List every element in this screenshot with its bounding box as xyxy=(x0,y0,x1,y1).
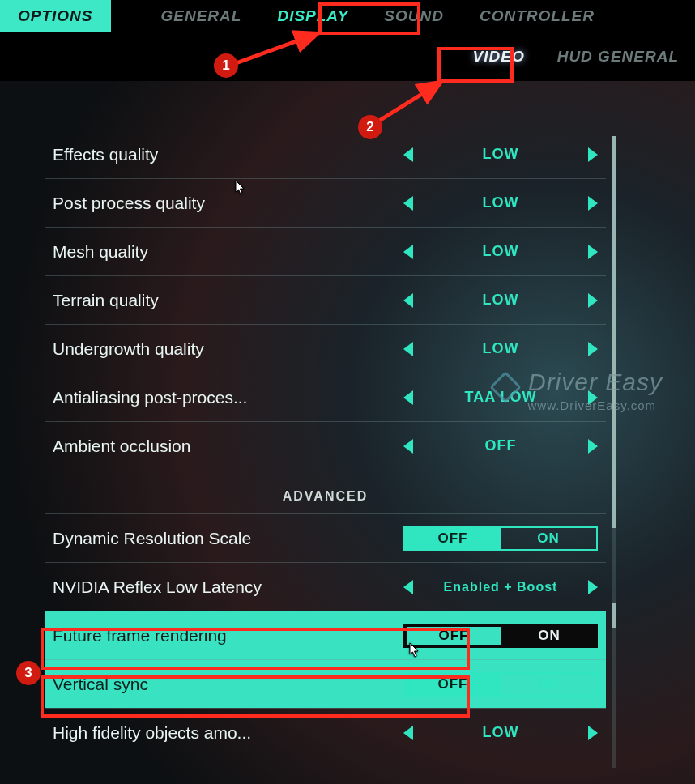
arrow-right-icon[interactable] xyxy=(588,293,598,308)
arrow-left-icon[interactable] xyxy=(403,726,413,740)
subtab-video[interactable]: VIDEO xyxy=(473,48,525,66)
label-ambient-occlusion: Ambient occlusion xyxy=(53,437,403,456)
label-dynamic-resolution-scale: Dynamic Resolution Scale xyxy=(53,529,403,548)
arrow-right-icon[interactable] xyxy=(588,580,598,594)
value-text: LOW xyxy=(413,724,588,741)
value-ambient-occlusion: OFF xyxy=(403,437,598,454)
arrow-right-icon[interactable] xyxy=(588,245,598,259)
value-undergrowth-quality: LOW xyxy=(403,340,598,357)
value-text: Enabled + Boost xyxy=(413,580,588,594)
tab-options[interactable]: OPTIONS xyxy=(0,0,111,32)
toggle-vertical-sync: OFF ON xyxy=(403,672,598,697)
label-post-process-quality: Post process quality xyxy=(53,194,403,213)
arrow-right-icon[interactable] xyxy=(588,390,598,405)
label-undergrowth-quality: Undergrowth quality xyxy=(53,339,403,359)
arrow-left-icon[interactable] xyxy=(403,293,413,308)
value-text: OFF xyxy=(413,437,588,454)
label-antialiasing: Antialiasing post-proces... xyxy=(53,388,403,407)
row-post-process-quality: Post process quality LOW xyxy=(45,178,606,227)
scrollbar[interactable] xyxy=(612,136,616,768)
value-effects-quality: LOW xyxy=(403,146,598,163)
arrow-left-icon[interactable] xyxy=(403,439,413,454)
row-mesh-quality: Mesh quality LOW xyxy=(45,227,606,275)
toggle-dynamic-resolution-scale: OFF ON xyxy=(403,526,598,551)
arrow-right-icon[interactable] xyxy=(588,147,598,162)
tab-general[interactable]: GENERAL xyxy=(143,0,260,32)
value-post-process-quality: LOW xyxy=(403,194,598,211)
label-high-fidelity-objects: High fidelity objects amo... xyxy=(53,723,403,743)
value-mesh-quality: LOW xyxy=(403,243,598,260)
row-dynamic-resolution-scale: Dynamic Resolution Scale OFF ON xyxy=(45,513,606,562)
row-terrain-quality: Terrain quality LOW xyxy=(45,275,606,324)
settings-panel: Effects quality LOW Post process quality… xyxy=(45,130,606,784)
label-effects-quality: Effects quality xyxy=(53,145,403,164)
arrow-left-icon[interactable] xyxy=(403,196,413,211)
arrow-left-icon[interactable] xyxy=(403,580,413,594)
row-high-fidelity-objects: High fidelity objects amo... LOW xyxy=(45,708,606,756)
scrollbar-thumb[interactable] xyxy=(612,136,616,528)
arrow-left-icon[interactable] xyxy=(403,342,413,356)
row-vertical-sync: Vertical sync OFF ON xyxy=(45,659,606,708)
tab-controller[interactable]: CONTROLLER xyxy=(462,0,612,32)
row-ambient-occlusion: Ambient occlusion OFF xyxy=(45,421,606,470)
row-nvidia-reflex: NVIDIA Reflex Low Latency Enabled + Boos… xyxy=(45,562,606,611)
svg-line-1 xyxy=(377,82,441,122)
value-text: LOW xyxy=(413,146,588,163)
label-terrain-quality: Terrain quality xyxy=(53,291,403,310)
value-high-fidelity-objects: LOW xyxy=(403,724,598,741)
top-tab-bar: OPTIONS GENERAL DISPLAY SOUND CONTROLLER xyxy=(0,0,695,32)
row-antialiasing: Antialiasing post-proces... TAA LOW xyxy=(45,373,606,421)
tab-sound[interactable]: SOUND xyxy=(366,0,462,32)
value-terrain-quality: LOW xyxy=(403,292,598,309)
value-text: TAA LOW xyxy=(413,389,588,406)
annotation-arrow-icon xyxy=(373,78,454,126)
section-advanced: ADVANCED xyxy=(45,470,606,513)
value-text: LOW xyxy=(413,292,588,309)
arrow-right-icon[interactable] xyxy=(588,726,598,740)
toggle-off-button[interactable]: OFF xyxy=(405,528,501,549)
arrow-left-icon[interactable] xyxy=(403,147,413,162)
label-vertical-sync: Vertical sync xyxy=(53,675,403,694)
toggle-on-button[interactable]: ON xyxy=(502,625,596,646)
sub-tab-bar: VIDEO HUD GENERAL xyxy=(0,32,695,81)
row-undergrowth-quality: Undergrowth quality LOW xyxy=(45,324,606,373)
tab-display[interactable]: DISPLAY xyxy=(259,0,366,32)
toggle-off-button[interactable]: OFF xyxy=(405,625,502,646)
value-text: LOW xyxy=(413,243,588,260)
scrollbar-thumb[interactable] xyxy=(612,603,616,628)
value-text: LOW xyxy=(413,340,588,357)
row-effects-quality: Effects quality LOW xyxy=(45,130,606,178)
value-antialiasing: TAA LOW xyxy=(403,389,598,406)
arrow-left-icon[interactable] xyxy=(403,390,413,405)
toggle-on-button[interactable]: ON xyxy=(501,528,596,549)
value-nvidia-reflex: Enabled + Boost xyxy=(403,580,598,594)
label-nvidia-reflex: NVIDIA Reflex Low Latency xyxy=(53,577,403,597)
toggle-on-button[interactable]: ON xyxy=(501,674,596,695)
arrow-left-icon[interactable] xyxy=(403,245,413,259)
arrow-right-icon[interactable] xyxy=(588,196,598,211)
value-text: LOW xyxy=(413,194,588,211)
toggle-future-frame-rendering: OFF ON xyxy=(403,624,598,648)
annotation-badge-3: 3 xyxy=(16,661,41,685)
label-mesh-quality: Mesh quality xyxy=(53,242,403,262)
toggle-off-button[interactable]: OFF xyxy=(405,674,501,695)
arrow-right-icon[interactable] xyxy=(588,342,598,356)
arrow-right-icon[interactable] xyxy=(588,439,598,454)
label-future-frame-rendering: Future frame rendering xyxy=(53,626,403,646)
subtab-hud-general[interactable]: HUD GENERAL xyxy=(557,48,679,66)
row-future-frame-rendering: Future frame rendering OFF ON xyxy=(45,611,606,659)
